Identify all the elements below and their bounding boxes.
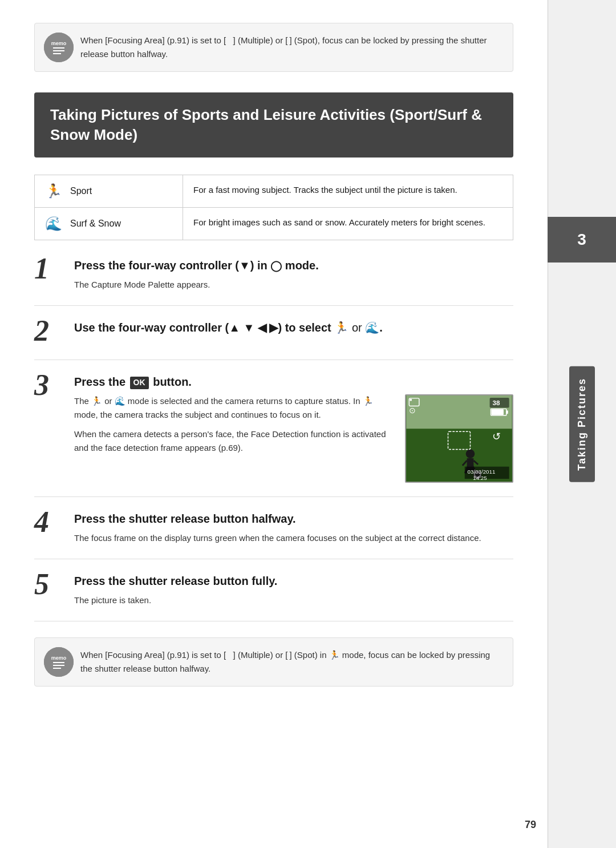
step-1-title: Press the four-way controller (▼) in ◯ m… <box>74 257 513 273</box>
mode-row-surf-snow: 🌊 Surf & Snow For bright images such as … <box>34 207 513 240</box>
step-2-content: Use the four-way controller (▲ ▼ ◀ ▶) to… <box>74 320 513 340</box>
svg-text:14:25: 14:25 <box>473 475 487 481</box>
step-3-number: 3 <box>34 370 63 400</box>
step-2-title: Use the four-way controller (▲ ▼ ◀ ▶) to… <box>74 320 513 336</box>
step-1-content: Press the four-way controller (▼) in ◯ m… <box>74 257 513 292</box>
memo-icon-top: memo <box>44 33 74 62</box>
top-memo-text: When [Focusing Area] (p.91) is set to [ … <box>80 35 487 59</box>
step-4-content: Press the shutter release button halfway… <box>74 511 513 545</box>
svg-rect-30 <box>53 662 64 663</box>
right-sidebar: 3 Taking Pictures <box>548 0 616 848</box>
surf-snow-label: Surf & Snow <box>70 219 121 229</box>
step-5-content: Press the shutter release button fully. … <box>74 573 513 607</box>
svg-text:memo: memo <box>51 41 67 46</box>
step-5: 5 Press the shutter release button fully… <box>34 573 513 621</box>
svg-text:↺: ↺ <box>492 431 501 442</box>
step-2: 2 Use the four-way controller (▲ ▼ ◀ ▶) … <box>34 320 513 360</box>
sport-label: Sport <box>70 186 92 196</box>
step-2-number: 2 <box>34 316 63 346</box>
svg-rect-20 <box>506 411 508 414</box>
svg-rect-31 <box>53 665 64 666</box>
sport-description: For a fast moving subject. Tracks the su… <box>183 175 513 207</box>
step-3-title: Press the OK button. <box>74 374 513 390</box>
mode-table: 🏃 Sport For a fast moving subject. Track… <box>34 175 513 240</box>
step-1: 1 Press the four-way controller (▼) in ◯… <box>34 257 513 306</box>
svg-rect-2 <box>53 47 64 49</box>
top-memo-box: memo When [Focusing Area] (p.91) is set … <box>34 23 513 72</box>
svg-point-16 <box>410 399 412 401</box>
step-3-text: The 🏃 or 🌊 mode is selected and the came… <box>74 394 394 455</box>
main-content: memo When [Focusing Area] (p.91) is set … <box>0 0 548 848</box>
page-number: 79 <box>525 819 536 831</box>
svg-rect-3 <box>53 50 64 51</box>
step-3-body-1: The 🏃 or 🌊 mode is selected and the came… <box>74 394 394 422</box>
mode-row-sport: 🏃 Sport For a fast moving subject. Track… <box>34 175 513 207</box>
surf-snow-cell: 🌊 Surf & Snow <box>35 208 183 240</box>
bottom-memo-text: When [Focusing Area] (p.91) is set to [ … <box>80 650 490 673</box>
sport-cell: 🏃 Sport <box>35 175 183 207</box>
svg-rect-4 <box>53 53 61 54</box>
surf-snow-description: For bright images such as sand or snow. … <box>183 208 513 240</box>
camera-preview: 38 ⊙ ↺ 03/03/2011 14:2 <box>405 394 513 483</box>
svg-point-8 <box>466 450 475 459</box>
step-1-body: The Capture Mode Palette appears. <box>74 278 513 292</box>
step-4-title: Press the shutter release button halfway… <box>74 511 513 527</box>
step-5-number: 5 <box>34 570 63 599</box>
svg-rect-32 <box>53 668 61 669</box>
svg-rect-21 <box>492 410 504 415</box>
section-title: Taking Pictures of Sports and Leisure Ac… <box>50 105 497 145</box>
bottom-memo-box: memo When [Focusing Area] (p.91) is set … <box>34 637 513 687</box>
step-3: 3 Press the OK button. The 🏃 or 🌊 mode i… <box>34 374 513 497</box>
step-4-body: The focus frame on the display turns gre… <box>74 531 513 545</box>
svg-text:38: 38 <box>492 399 500 406</box>
memo-icon-bottom: memo <box>44 647 74 677</box>
sidebar-number: 3 <box>548 217 616 263</box>
step-4-number: 4 <box>34 507 63 537</box>
svg-text:03/03/2011: 03/03/2011 <box>468 469 496 475</box>
step-1-number: 1 <box>34 254 63 284</box>
step-4: 4 Press the shutter release button halfw… <box>34 511 513 559</box>
surf-snow-icon: 🌊 <box>45 216 62 232</box>
svg-text:memo: memo <box>51 655 67 661</box>
sidebar-tab: Taking Pictures <box>569 366 595 482</box>
section-header: Taking Pictures of Sports and Leisure Ac… <box>34 92 513 158</box>
ok-badge: OK <box>130 377 149 389</box>
sport-icon: 🏃 <box>45 183 62 199</box>
step-5-body: The picture is taken. <box>74 593 513 607</box>
svg-text:⊙: ⊙ <box>409 407 416 415</box>
step-3-body-2: When the camera detects a person's face,… <box>74 427 394 455</box>
step-3-inner: The 🏃 or 🌊 mode is selected and the came… <box>74 394 513 483</box>
step-3-content: Press the OK button. The 🏃 or 🌊 mode is … <box>74 374 513 483</box>
step-5-title: Press the shutter release button fully. <box>74 573 513 589</box>
